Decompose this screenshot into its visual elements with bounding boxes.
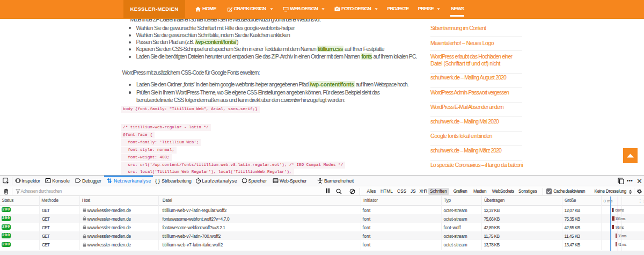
svg-text:{}: {} [155, 178, 160, 184]
